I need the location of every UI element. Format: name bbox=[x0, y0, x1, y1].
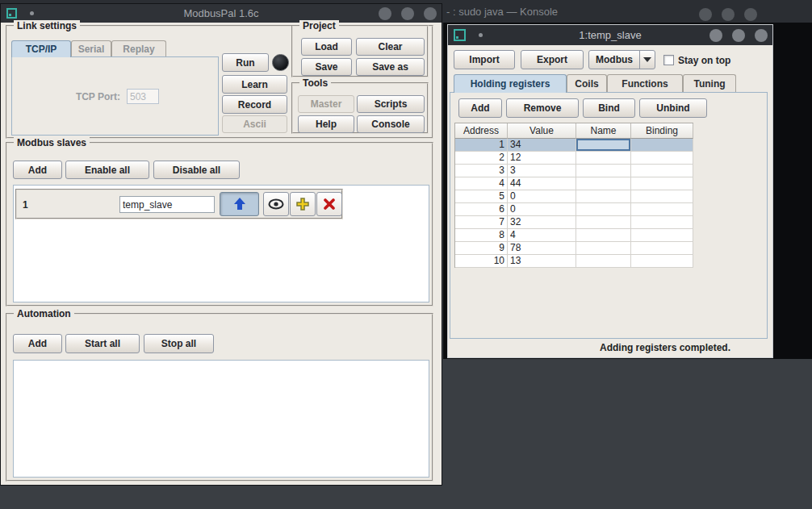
stay-on-top-label: Stay on top bbox=[678, 55, 730, 66]
modbus-slaves-title: Modbus slaves bbox=[14, 137, 90, 148]
address-cell[interactable]: 7 bbox=[455, 216, 508, 229]
remove-register-button[interactable]: Remove bbox=[506, 98, 579, 118]
export-button[interactable]: Export bbox=[521, 50, 584, 69]
name-cell[interactable] bbox=[576, 255, 631, 268]
binding-cell[interactable] bbox=[631, 229, 693, 242]
tab-functions[interactable]: Functions bbox=[607, 74, 683, 92]
tab-replay[interactable]: Replay bbox=[111, 40, 166, 56]
value-cell[interactable]: 12 bbox=[508, 152, 576, 165]
load-button[interactable]: Load bbox=[301, 38, 352, 56]
stay-on-top-checkbox[interactable] bbox=[663, 55, 674, 65]
desktop: - : sudo java — Konsole ModbusPal 1.6c L… bbox=[0, 0, 812, 509]
name-cell[interactable] bbox=[576, 152, 631, 165]
unbind-button[interactable]: Unbind bbox=[639, 98, 707, 118]
value-cell[interactable]: 3 bbox=[508, 165, 576, 177]
value-cell[interactable]: 0 bbox=[508, 190, 576, 203]
address-cell[interactable]: 4 bbox=[455, 177, 508, 190]
address-cell[interactable]: 10 bbox=[455, 255, 508, 268]
tab-serial[interactable]: Serial bbox=[71, 40, 111, 56]
stop-all-button[interactable]: Stop all bbox=[144, 334, 214, 353]
binding-header[interactable]: Binding bbox=[631, 123, 693, 139]
enable-slave-toggle[interactable] bbox=[220, 192, 259, 216]
binding-cell[interactable] bbox=[631, 203, 693, 216]
address-cell[interactable]: 5 bbox=[455, 190, 508, 203]
binding-cell[interactable] bbox=[631, 177, 693, 190]
name-cell[interactable] bbox=[576, 229, 631, 242]
binding-cell[interactable] bbox=[631, 190, 693, 203]
close-button[interactable] bbox=[424, 7, 437, 20]
name-header[interactable]: Name bbox=[576, 123, 631, 139]
address-cell[interactable]: 1 bbox=[455, 139, 508, 152]
run-button[interactable]: Run bbox=[222, 53, 269, 72]
value-cell[interactable]: 78 bbox=[508, 242, 576, 255]
disable-all-button[interactable]: Disable all bbox=[153, 161, 240, 179]
slave-name-input[interactable] bbox=[119, 196, 215, 213]
binding-cell[interactable] bbox=[631, 242, 693, 255]
enable-all-button[interactable]: Enable all bbox=[65, 161, 149, 179]
binding-cell[interactable] bbox=[631, 139, 693, 152]
import-button[interactable]: Import bbox=[454, 50, 515, 69]
maximize-button[interactable] bbox=[401, 7, 414, 20]
automation-group: Automation Add Start all Stop all bbox=[6, 313, 433, 482]
name-cell[interactable] bbox=[576, 190, 631, 203]
tab-tuning[interactable]: Tuning bbox=[683, 74, 736, 92]
value-cell[interactable]: 32 bbox=[508, 216, 576, 229]
maximize-button[interactable] bbox=[732, 29, 745, 42]
name-cell[interactable] bbox=[576, 203, 631, 216]
add-slave-button[interactable]: Add bbox=[13, 161, 62, 179]
konsole-maximize-button[interactable] bbox=[722, 8, 735, 21]
link-settings-title: Link settings bbox=[14, 20, 80, 31]
value-cell[interactable]: 0 bbox=[508, 203, 576, 216]
slave-window-body: Import Export Modbus Stay on top Holding… bbox=[448, 45, 772, 357]
address-cell[interactable]: 3 bbox=[455, 165, 508, 177]
add-register-button[interactable]: Add bbox=[458, 98, 502, 118]
clear-button[interactable]: Clear bbox=[356, 38, 425, 56]
close-icon bbox=[323, 198, 336, 211]
plus-icon bbox=[295, 197, 310, 211]
tab-holding-registers[interactable]: Holding registers bbox=[454, 74, 567, 93]
tab-coils[interactable]: Coils bbox=[567, 74, 607, 92]
value-cell[interactable]: 13 bbox=[508, 255, 576, 268]
address-cell[interactable]: 9 bbox=[455, 242, 508, 255]
address-cell[interactable]: 6 bbox=[455, 203, 508, 216]
value-cell[interactable]: 4 bbox=[508, 229, 576, 242]
console-button[interactable]: Console bbox=[357, 115, 425, 133]
binding-cell[interactable] bbox=[631, 255, 693, 268]
value-header[interactable]: Value bbox=[508, 123, 576, 139]
slave-titlebar[interactable]: 1:temp_slave bbox=[448, 25, 772, 45]
record-button[interactable]: Record bbox=[222, 95, 287, 114]
address-header[interactable]: Address bbox=[455, 123, 508, 139]
binding-cell[interactable] bbox=[631, 152, 693, 165]
name-cell[interactable] bbox=[576, 165, 631, 177]
help-button[interactable]: Help bbox=[298, 115, 354, 133]
konsole-minimize-button[interactable] bbox=[699, 8, 712, 21]
save-as-button[interactable]: Save as bbox=[356, 58, 425, 76]
remove-slave-button[interactable] bbox=[316, 192, 342, 216]
address-cell[interactable]: 2 bbox=[455, 152, 508, 165]
konsole-window-title: - : sudo java — Konsole bbox=[446, 6, 558, 18]
minimize-button[interactable] bbox=[709, 29, 722, 42]
add-function-button[interactable] bbox=[290, 192, 316, 216]
value-cell[interactable]: 34 bbox=[508, 139, 576, 152]
name-cell[interactable] bbox=[576, 216, 631, 229]
name-cell[interactable] bbox=[576, 139, 631, 152]
save-button[interactable]: Save bbox=[301, 58, 352, 76]
modbus-mode-dropdown[interactable]: Modbus bbox=[588, 50, 655, 69]
start-all-button[interactable]: Start all bbox=[65, 334, 140, 353]
address-cell[interactable]: 8 bbox=[455, 229, 508, 242]
tcp-port-input bbox=[127, 89, 159, 104]
name-cell[interactable] bbox=[576, 242, 631, 255]
learn-button[interactable]: Learn bbox=[222, 75, 287, 94]
value-cell[interactable]: 44 bbox=[508, 177, 576, 190]
binding-cell[interactable] bbox=[631, 165, 693, 177]
view-slave-button[interactable] bbox=[263, 192, 289, 216]
minimize-button[interactable] bbox=[379, 7, 391, 20]
tab-tcpip[interactable]: TCP/IP bbox=[11, 40, 71, 57]
name-cell[interactable] bbox=[576, 177, 631, 190]
close-button[interactable] bbox=[755, 29, 768, 42]
konsole-close-button[interactable] bbox=[744, 8, 757, 21]
add-automation-button[interactable]: Add bbox=[13, 334, 62, 353]
bind-button[interactable]: Bind bbox=[583, 98, 635, 118]
scripts-button[interactable]: Scripts bbox=[357, 95, 425, 113]
binding-cell[interactable] bbox=[631, 216, 693, 229]
